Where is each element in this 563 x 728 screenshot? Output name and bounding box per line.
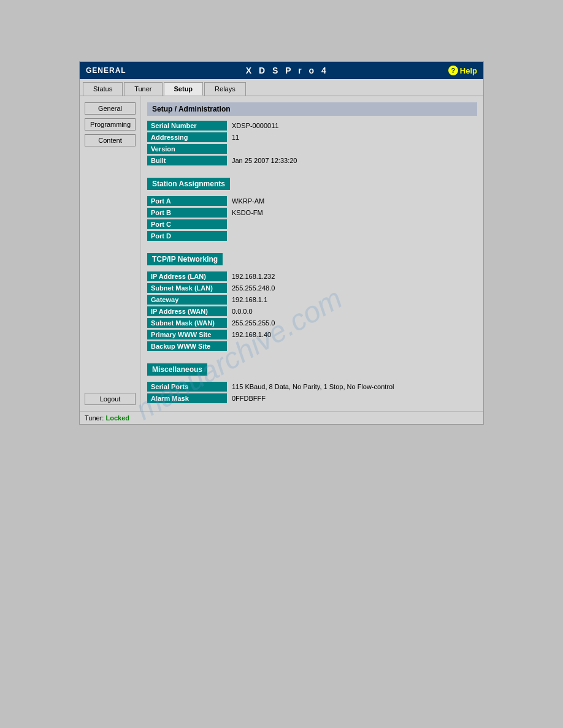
tab-relays[interactable]: Relays <box>204 82 246 96</box>
subnet-wan-label: Subnet Mask (WAN) <box>147 318 227 328</box>
built-row: Built Jan 25 2007 12:33:20 <box>147 156 477 165</box>
station-assignments-header: Station Assignments <box>147 178 230 190</box>
tab-setup[interactable]: Setup <box>164 82 204 96</box>
content-button[interactable]: Content <box>85 134 136 146</box>
port-d-value <box>227 235 237 237</box>
subnet-lan-value: 255.255.248.0 <box>227 283 280 293</box>
misc-header: Miscellaneous <box>147 363 207 376</box>
main-frame: GENERAL X D S P r o 4 ? Help Status Tune… <box>79 61 484 425</box>
ip-wan-value: 0.0.0.0 <box>227 306 258 316</box>
gateway-label: Gateway <box>147 295 227 305</box>
tab-tuner[interactable]: Tuner <box>124 82 162 96</box>
backup-www-row: Backup WWW Site <box>147 341 477 351</box>
port-d-label: Port D <box>147 231 227 241</box>
primary-www-row: Primary WWW Site 192.168.1.40 <box>147 330 477 339</box>
addressing-label: Addressing <box>147 132 227 142</box>
primary-www-value: 192.168.1.40 <box>227 330 276 339</box>
help-icon: ? <box>448 66 458 75</box>
general-button[interactable]: General <box>85 102 136 115</box>
version-row: Version <box>147 144 477 154</box>
addressing-value: 11 <box>227 132 244 142</box>
main-layout: General Programming Content Logout Setup… <box>80 96 483 411</box>
content-area: Setup / Administration Serial Number XDS… <box>141 96 483 411</box>
port-c-value <box>227 223 237 226</box>
port-a-value: WKRP-AM <box>227 196 269 206</box>
serial-number-value: XDSP-0000011 <box>227 121 283 131</box>
serial-ports-value: 115 KBaud, 8 Data, No Parity, 1 Stop, No… <box>227 382 399 392</box>
help-button[interactable]: ? Help <box>448 66 477 75</box>
sidebar-spacer <box>85 150 136 389</box>
ip-lan-value: 192.168.1.232 <box>227 271 280 281</box>
header: GENERAL X D S P r o 4 ? Help <box>80 62 483 79</box>
ip-lan-row: IP Address (LAN) 192.168.1.232 <box>147 271 477 281</box>
serial-number-row: Serial Number XDSP-0000011 <box>147 121 477 131</box>
setup-admin-title: Setup / Administration <box>147 102 477 116</box>
header-title: X D S P r o 4 <box>246 66 329 75</box>
port-b-row: Port B KSDO-FM <box>147 208 477 218</box>
serial-ports-row: Serial Ports 115 KBaud, 8 Data, No Parit… <box>147 382 477 392</box>
backup-www-value <box>227 345 237 347</box>
port-c-label: Port C <box>147 219 227 229</box>
backup-www-label: Backup WWW Site <box>147 341 227 351</box>
subnet-wan-value: 255.255.255.0 <box>227 318 280 328</box>
ip-wan-row: IP Address (WAN) 0.0.0.0 <box>147 306 477 316</box>
status-bar: Tuner: Locked <box>80 411 483 424</box>
ip-wan-label: IP Address (WAN) <box>147 306 227 316</box>
sidebar: General Programming Content Logout <box>80 96 141 411</box>
port-a-row: Port A WKRP-AM <box>147 196 477 206</box>
ip-lan-label: IP Address (LAN) <box>147 271 227 281</box>
alarm-mask-value: 0FFDBFFF <box>227 393 270 403</box>
serial-ports-label: Serial Ports <box>147 382 227 392</box>
status-prefix: Tuner: <box>85 414 104 422</box>
port-c-row: Port C <box>147 219 477 229</box>
port-a-label: Port A <box>147 196 227 206</box>
serial-number-label: Serial Number <box>147 121 227 131</box>
tab-bar: Status Tuner Setup Relays <box>80 79 483 96</box>
built-value: Jan 25 2007 12:33:20 <box>227 156 302 165</box>
version-label: Version <box>147 144 227 154</box>
subnet-lan-label: Subnet Mask (LAN) <box>147 283 227 293</box>
tab-status[interactable]: Status <box>83 82 123 96</box>
header-section-label: GENERAL <box>86 66 126 75</box>
logout-button[interactable]: Logout <box>85 393 136 405</box>
port-d-row: Port D <box>147 231 477 241</box>
addressing-row: Addressing 11 <box>147 132 477 142</box>
subnet-lan-row: Subnet Mask (LAN) 255.255.248.0 <box>147 283 477 293</box>
alarm-mask-row: Alarm Mask 0FFDBFFF <box>147 393 477 403</box>
programming-button[interactable]: Programming <box>85 118 136 131</box>
built-label: Built <box>147 156 227 165</box>
port-b-label: Port B <box>147 208 227 218</box>
port-b-value: KSDO-FM <box>227 208 268 218</box>
gateway-row: Gateway 192.168.1.1 <box>147 295 477 305</box>
help-label: Help <box>460 66 477 75</box>
status-value: Locked <box>105 414 129 422</box>
alarm-mask-label: Alarm Mask <box>147 393 227 403</box>
version-value <box>227 148 237 150</box>
primary-www-label: Primary WWW Site <box>147 330 227 339</box>
subnet-wan-row: Subnet Mask (WAN) 255.255.255.0 <box>147 318 477 328</box>
tcpip-header: TCP/IP Networking <box>147 253 223 265</box>
gateway-value: 192.168.1.1 <box>227 295 272 305</box>
